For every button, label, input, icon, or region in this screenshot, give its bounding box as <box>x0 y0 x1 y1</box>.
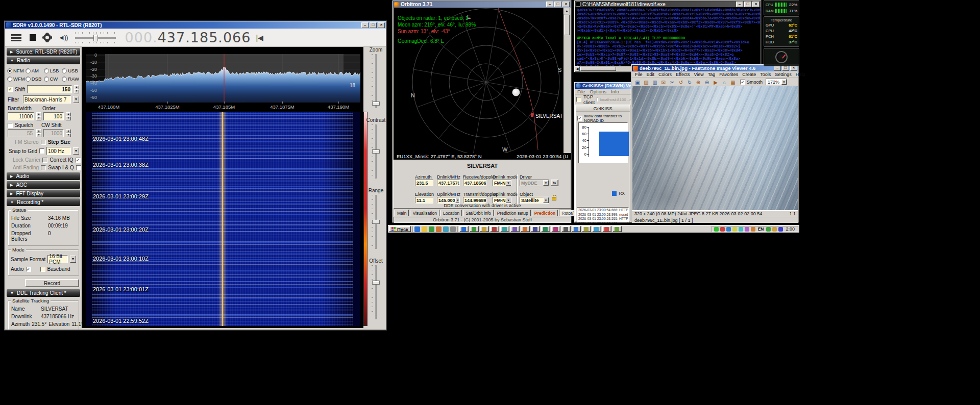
task-button[interactable] <box>582 226 591 232</box>
console-output[interactable]: Q<0xe3>?3rO<0xa5>'<0xa6><0x88>>'vB<0xcb>… <box>575 7 761 66</box>
getkiss-titlebar[interactable]: GetKISS+ (DK3WN) Ver. 1.4.2 - <box>575 83 631 89</box>
field-dnlink-mode[interactable]: FM-N▼ <box>493 180 511 186</box>
tray-icon[interactable] <box>772 227 777 232</box>
tab-prediction-setup[interactable]: Prediction setup <box>495 210 531 216</box>
quick-launch-icon[interactable] <box>443 226 449 232</box>
tab-location[interactable]: Location <box>440 210 462 216</box>
radio-icon[interactable] <box>26 68 31 73</box>
menu-settings[interactable]: Settings <box>775 72 792 77</box>
record-button[interactable]: Record <box>25 279 79 287</box>
taskbar-clock[interactable]: 2:00 <box>785 226 796 232</box>
maximize-button[interactable]: □ <box>744 2 751 7</box>
mode-usb[interactable]: USB <box>62 68 80 73</box>
close-button[interactable]: × <box>378 22 385 28</box>
quick-launch-icon[interactable] <box>436 226 442 232</box>
dropdown-arrow-icon[interactable]: ▼ <box>73 147 79 155</box>
radar-display[interactable]: SILVERSAT E S W N Objects on radar: 1, e… <box>394 8 564 153</box>
bandwidth-spinner[interactable]: ▲▼ <box>36 112 41 120</box>
save-icon[interactable]: ▥ <box>651 79 658 85</box>
lock-carrier-checkbox[interactable] <box>42 158 47 163</box>
mode-wfm[interactable]: WFM <box>7 76 25 82</box>
audio-checkbox[interactable] <box>26 267 31 272</box>
radio-icon[interactable] <box>44 77 49 82</box>
task-button[interactable] <box>602 226 611 232</box>
dropdown-arrow-icon[interactable]: ▼ <box>73 96 79 103</box>
slider-thumb[interactable] <box>372 102 380 106</box>
panel-dde[interactable]: ▼DDE Tracking Client * <box>7 289 80 297</box>
radio-icon[interactable] <box>62 77 67 82</box>
crop-icon[interactable]: ✂ <box>669 79 676 85</box>
zoom-out-icon[interactable]: ⊖ <box>703 79 710 85</box>
maximize-button[interactable]: □ <box>554 2 561 7</box>
task-button[interactable] <box>490 226 499 232</box>
close-button[interactable]: × <box>562 2 570 7</box>
menu-file[interactable]: File <box>635 72 643 77</box>
tray-icon[interactable] <box>726 227 731 232</box>
offset-slider[interactable] <box>372 265 380 319</box>
console-titlebar[interactable]: C:\HAM\SM\direwolf181\direwolf.exe – □ × <box>575 1 761 7</box>
task-button[interactable] <box>459 226 469 232</box>
menu-tools[interactable]: Tools <box>760 72 771 77</box>
cw-shift-input[interactable]: 1000 <box>43 129 64 137</box>
scroll-left-icon[interactable]: ◀ <box>575 66 580 71</box>
menu-view[interactable]: View <box>694 72 703 77</box>
dropdown-arrow-icon[interactable]: ▼ <box>506 197 511 203</box>
zoom-in-icon[interactable]: ⊕ <box>695 79 702 85</box>
open-folder-icon[interactable]: ▨ <box>643 79 650 85</box>
task-button[interactable] <box>500 226 509 232</box>
scrollbar-thumb[interactable] <box>580 67 616 71</box>
range-slider[interactable] <box>372 195 380 249</box>
slideshow-icon[interactable]: ▶ <box>712 79 719 85</box>
squelch-input[interactable]: 55 <box>8 129 34 137</box>
task-button[interactable] <box>551 226 560 232</box>
spectrum-plot[interactable]: 18 0-10-20-30-40-50-60 <box>86 54 360 103</box>
mode-cw[interactable]: CW <box>44 76 62 82</box>
tab-main[interactable]: Main <box>395 210 409 216</box>
shift-input[interactable]: 150 <box>27 85 72 93</box>
tcp-client-checkbox[interactable] <box>576 97 581 102</box>
dropdown-arrow-icon[interactable]: ▼ <box>543 197 549 203</box>
quick-launch-icon[interactable] <box>422 226 427 232</box>
dropdown-arrow-icon[interactable]: ▼ <box>781 79 787 85</box>
panel-agc[interactable]: ▶AGC <box>7 181 80 189</box>
home-icon[interactable]: ⌂ <box>721 79 728 85</box>
menu-tag[interactable]: Tag <box>708 72 716 77</box>
tab-sat-orbit-info[interactable]: Sat/Orbit info <box>463 210 494 216</box>
tray-icon[interactable] <box>732 227 737 232</box>
slider-thumb[interactable] <box>372 220 380 224</box>
task-button[interactable] <box>592 226 601 232</box>
stop-icon[interactable] <box>30 34 36 41</box>
task-button[interactable] <box>572 226 581 232</box>
mode-nfm[interactable]: NFM <box>7 68 25 73</box>
camera-icon[interactable]: ▣ <box>634 79 641 85</box>
dropdown-arrow-icon[interactable]: ▼ <box>543 180 549 186</box>
mode-am[interactable]: AM <box>26 68 43 73</box>
menu-colors[interactable]: Colors <box>658 72 672 77</box>
tray-icon[interactable] <box>714 227 719 232</box>
zoom-select[interactable]: 172% ▼ <box>766 79 787 85</box>
quick-launch-icon[interactable] <box>450 226 456 232</box>
sample-format-select[interactable]: 16 Bit PCM <box>47 255 68 263</box>
mode-lsb[interactable]: LSB <box>44 68 62 73</box>
smooth-checkbox[interactable] <box>740 80 745 85</box>
step-back-icon[interactable]: |◀ <box>256 34 263 42</box>
tray-icon[interactable] <box>751 227 755 232</box>
order-input[interactable]: 100 <box>43 112 64 120</box>
maximize-button[interactable]: □ <box>370 22 377 28</box>
norad-transfer-checkbox[interactable] <box>577 116 582 121</box>
satellite-list-scrollbar[interactable]: ▲ <box>564 8 570 153</box>
dropdown-arrow-icon[interactable]: ▼ <box>506 180 511 186</box>
minimize-button[interactable]: – <box>546 2 553 7</box>
getkiss-log[interactable]: 2026-03-01 23:00:54.666: HTTP/1.12026-03… <box>577 207 629 223</box>
correct-iq-checkbox[interactable] <box>76 158 81 163</box>
filter-select[interactable]: Blackman-Harris 7 <box>23 95 71 104</box>
panel-radio[interactable]: ▼Radio <box>7 57 80 64</box>
task-button[interactable] <box>470 226 479 232</box>
scrollbar-thumb[interactable] <box>564 15 570 35</box>
panel-recording[interactable]: ▼Recording * <box>7 198 80 206</box>
tray-icon[interactable] <box>720 227 725 232</box>
tray-icon[interactable] <box>745 227 749 232</box>
menu-edit[interactable]: Edit <box>647 72 655 77</box>
radio-icon[interactable] <box>26 77 31 82</box>
email-icon[interactable]: ✉ <box>660 79 667 85</box>
